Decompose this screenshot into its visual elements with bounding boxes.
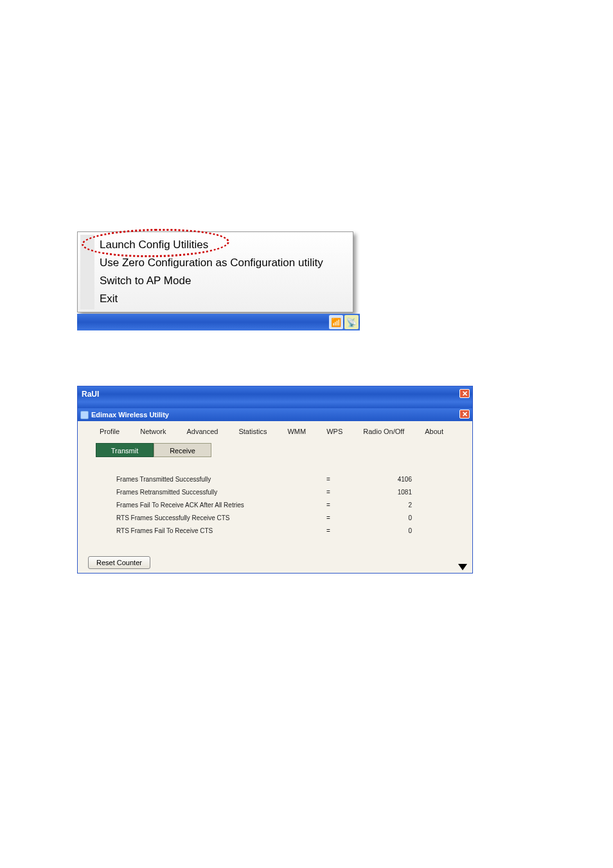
- app-icon: [80, 411, 89, 419]
- close-icon[interactable]: ✕: [459, 389, 470, 398]
- stat-row: RTS Frames Successfully Receive CTS = 0: [116, 511, 462, 524]
- menu-item-ap-mode[interactable]: Switch to AP Mode: [94, 272, 350, 290]
- stats-panel: Transmit Receive Frames Transmitted Succ…: [78, 435, 472, 573]
- tray-icons: 📶 📡: [329, 315, 359, 329]
- equals-sign: =: [296, 527, 360, 534]
- stat-label: Frames Retransmitted Successfully: [116, 489, 296, 496]
- equals-sign: =: [296, 514, 360, 521]
- taskbar-strip: 📶 📡: [77, 314, 360, 330]
- tab-network[interactable]: Network: [140, 428, 166, 435]
- raui-title-text: RaUI: [82, 390, 99, 399]
- menu-item-exit[interactable]: Exit: [94, 290, 350, 308]
- stat-value: 1081: [360, 489, 412, 496]
- tray-network-icon[interactable]: 📶: [329, 315, 343, 329]
- stat-row: Frames Fail To Receive ACK After All Ret…: [116, 498, 462, 511]
- equals-sign: =: [296, 476, 360, 483]
- context-menu-area: Launch Config Utilities Use Zero Configu…: [77, 231, 360, 330]
- equals-sign: =: [296, 502, 360, 509]
- sub-tab-receive[interactable]: Receive: [154, 443, 211, 457]
- expand-chevron-icon[interactable]: [458, 564, 467, 570]
- stat-label: Frames Fail To Receive ACK After All Ret…: [116, 502, 296, 509]
- raui-titlebar[interactable]: RaUI ✕: [78, 386, 472, 402]
- stats-list: Frames Transmitted Successfully = 4106 F…: [116, 473, 462, 537]
- tray-wireless-icon[interactable]: 📡: [344, 315, 359, 329]
- stat-value: 2: [360, 502, 412, 509]
- stat-label: RTS Frames Successfully Receive CTS: [116, 514, 296, 521]
- edimax-titlebar: Edimax Wireless Utility ✕: [78, 408, 472, 421]
- edimax-title-text: Edimax Wireless Utility: [91, 411, 169, 419]
- tab-about[interactable]: About: [425, 428, 443, 435]
- raui-title-spacer: [78, 402, 472, 408]
- sub-tabs: Transmit Receive: [96, 443, 462, 457]
- tab-profile[interactable]: Profile: [100, 428, 120, 435]
- equals-sign: =: [296, 489, 360, 496]
- tab-statistics[interactable]: Statistics: [238, 428, 267, 435]
- stat-row: Frames Retransmitted Successfully = 1081: [116, 485, 462, 498]
- stat-value: 0: [360, 527, 412, 534]
- tab-wps[interactable]: WPS: [326, 428, 342, 435]
- stat-label: RTS Frames Fail To Receive CTS: [116, 527, 296, 534]
- tab-wmm[interactable]: WMM: [287, 428, 306, 435]
- stat-value: 0: [360, 514, 412, 521]
- tab-radio[interactable]: Radio On/Off: [363, 428, 404, 435]
- stat-row: Frames Transmitted Successfully = 4106: [116, 473, 462, 485]
- stat-label: Frames Transmitted Successfully: [116, 476, 296, 483]
- tab-advanced[interactable]: Advanced: [187, 428, 218, 435]
- stat-row: RTS Frames Fail To Receive CTS = 0: [116, 524, 462, 537]
- close-inner-icon[interactable]: ✕: [459, 410, 470, 419]
- main-tabs: Profile Network Advanced Statistics WMM …: [78, 421, 472, 435]
- sub-tab-transmit[interactable]: Transmit: [96, 443, 154, 457]
- reset-counter-button[interactable]: Reset Counter: [88, 556, 150, 569]
- stat-value: 4106: [360, 476, 412, 483]
- raui-window: RaUI ✕ Edimax Wireless Utility ✕ Profile…: [77, 386, 473, 574]
